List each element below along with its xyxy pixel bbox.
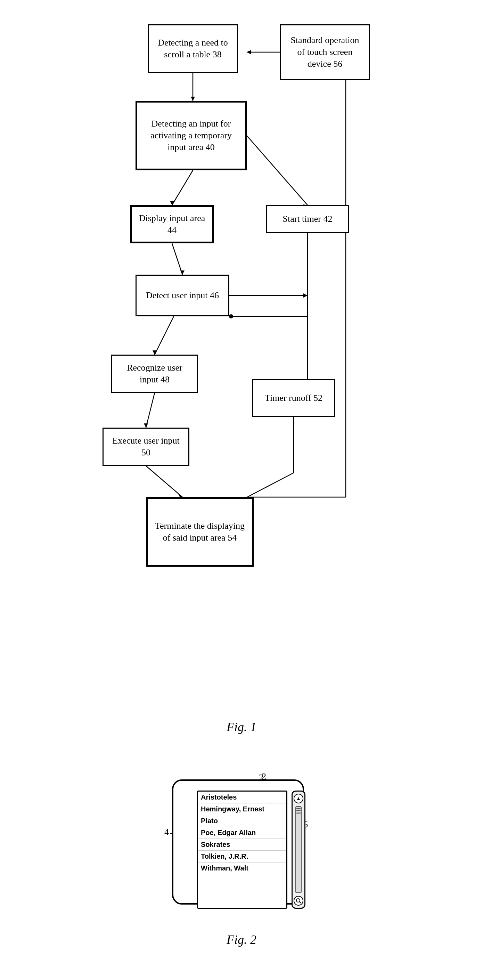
box-detect-input: Detecting an input for activating a temp… (135, 101, 247, 170)
svg-line-19 (146, 466, 183, 497)
svg-line-13 (155, 317, 174, 355)
scroll-line (296, 812, 300, 813)
device-wrapper: 2 2 4 6 8 (151, 772, 332, 918)
box-detect-user: Detect user input 46 (135, 275, 229, 317)
flowchart-area: Detecting a need to scroll a table 38 St… (85, 14, 398, 752)
device-outer: Aristoteles Hemingway, Ernest Plato Poe,… (172, 780, 304, 905)
list-item: Tolkien, J.R.R. (198, 851, 286, 862)
fig1-label: Fig. 1 (85, 720, 398, 734)
list-item: Sokrates (198, 839, 286, 851)
svg-line-4 (172, 170, 193, 205)
list-item: Withman, Walt (198, 862, 286, 874)
svg-line-37 (300, 902, 301, 903)
fig2-label: Fig. 2 (227, 932, 256, 947)
scroll-line (296, 813, 300, 814)
list-item: Poe, Edgar Allan (198, 827, 286, 839)
box-execute: Execute user input 50 (103, 428, 189, 466)
svg-line-8 (172, 243, 183, 275)
box-terminate: Terminate the displaying of said input a… (146, 497, 254, 566)
svg-line-17 (146, 393, 155, 428)
svg-marker-18 (144, 423, 148, 428)
svg-marker-14 (153, 350, 157, 355)
svg-point-36 (296, 899, 300, 902)
list-item: Hemingway, Ernest (198, 803, 286, 815)
scroll-down-button[interactable] (294, 896, 303, 905)
device-screen: Aristoteles Hemingway, Ernest Plato Poe,… (197, 791, 288, 909)
scroll-line (296, 810, 300, 811)
box-scroll-table: Detecting a need to scroll a table 38 (148, 24, 238, 73)
svg-marker-5 (170, 201, 174, 205)
box-standard-op: Standard operation of touch screen devic… (280, 24, 370, 80)
scroll-up-button[interactable]: ▲ (294, 794, 303, 803)
box-start-timer: Start timer 42 (266, 205, 349, 233)
svg-marker-9 (180, 270, 184, 275)
box-timer-runoff: Timer runoff 52 (252, 379, 335, 417)
list-item: Plato (198, 815, 286, 827)
page-container: Detecting a need to scroll a table 38 St… (0, 0, 483, 961)
box-display-input: Display input area 44 (130, 205, 214, 243)
flowchart-container: Detecting a need to scroll a table 38 St… (85, 14, 384, 709)
svg-marker-12 (303, 293, 308, 298)
list-item: Aristoteles (198, 792, 286, 803)
fig2-area: 2 2 4 6 8 (85, 772, 398, 947)
svg-marker-1 (191, 97, 195, 101)
box-recognize: Recognize user input 48 (111, 355, 198, 393)
svg-line-6 (247, 135, 308, 205)
svg-marker-3 (247, 50, 251, 54)
scrollbar[interactable]: ▲ (292, 791, 305, 909)
scroll-line (296, 808, 300, 809)
svg-text:4: 4 (164, 827, 169, 837)
search-icon (296, 898, 301, 904)
svg-point-15 (229, 314, 233, 318)
scroll-track[interactable] (296, 806, 302, 893)
